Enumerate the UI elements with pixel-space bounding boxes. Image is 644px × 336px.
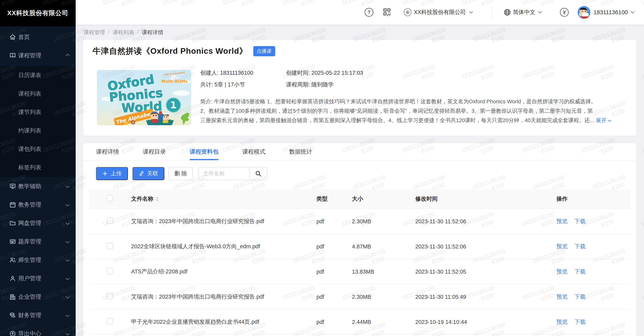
company-switcher[interactable]: 企 XX科技股份有限公司	[404, 8, 473, 16]
preview-link[interactable]: 预览	[556, 243, 568, 250]
chevron-down-icon	[65, 312, 70, 318]
file-size: 2.44MB	[352, 319, 371, 325]
file-search-group	[198, 167, 267, 180]
sidebar-item-user-management[interactable]: 用户管理	[0, 269, 76, 288]
sidebar-subitem-package-list[interactable]: 课包列表	[0, 140, 76, 158]
course-total: 共计: 5章 | 17小节	[200, 81, 245, 88]
presentation-icon	[9, 183, 16, 190]
download-link[interactable]: 下载	[574, 243, 586, 250]
row-checkbox[interactable]	[107, 243, 113, 249]
row-checkbox[interactable]	[107, 318, 113, 324]
table-header-row: 文件名称 类型 大小 修改时间 操作	[89, 189, 630, 209]
sidebar-item-question-bank[interactable]: 题库管理	[0, 232, 76, 251]
file-type: pdf	[316, 294, 324, 300]
building-icon	[9, 294, 16, 300]
sidebar-item-teacher-student[interactable]: 师生管理	[0, 251, 76, 269]
tab-course-catalog[interactable]: 课程目录	[143, 143, 166, 160]
column-header-file-name[interactable]: 文件名称	[131, 195, 159, 203]
tab-data-statistics[interactable]: 数据统计	[289, 143, 312, 160]
table-row: ATS产品介绍-2208.pdf pdf 13.83MB 2023-11-30 …	[89, 259, 630, 284]
select-all-checkbox[interactable]	[107, 195, 113, 202]
chevron-down-icon	[65, 220, 70, 226]
file-type: pdf	[316, 268, 324, 275]
download-link[interactable]: 下载	[574, 319, 586, 325]
sidebar-subitem-booking-list[interactable]: 约课列表	[0, 121, 76, 140]
sidebar-item-educational-admin[interactable]: 教务管理	[0, 196, 76, 214]
sidebar-item-course-management[interactable]: 课程管理	[0, 46, 76, 65]
sidebar-subitem-course-list[interactable]: 课程列表	[0, 84, 76, 103]
main-content: 课程管理 / 课程列表 / 课程详情 牛津自然拼读《Oxford Phonics…	[76, 24, 644, 336]
file-type: pdf	[316, 243, 324, 250]
topbar: ? 企 XX科技股份有限公司 简体中文 ¥	[76, 0, 644, 24]
chevron-down-icon	[65, 294, 70, 300]
download-link[interactable]: 下载	[574, 294, 586, 300]
associate-button[interactable]: 关联	[132, 167, 164, 180]
folder-icon	[9, 220, 16, 226]
sidebar-item-home[interactable]: 首页	[0, 28, 76, 46]
user-menu[interactable]: 18311136100	[578, 6, 635, 19]
file-size: 4.87MB	[352, 243, 371, 250]
row-checkbox[interactable]	[107, 268, 113, 274]
expand-button[interactable]: 展开	[596, 117, 612, 123]
tab-course-materials[interactable]: 课程资料包	[190, 143, 218, 160]
preview-link[interactable]: 预览	[556, 268, 568, 274]
breadcrumb-item-course-list[interactable]: 课程列表	[113, 29, 134, 36]
upload-button[interactable]: 上传	[96, 167, 128, 180]
course-creator: 创建人: 18311136100	[200, 69, 253, 77]
column-header-modified-time: 修改时间	[415, 195, 438, 203]
sidebar-item-netdisk[interactable]: 网盘管理	[0, 214, 76, 232]
preview-link[interactable]: 预览	[556, 218, 568, 224]
breadcrumb-item-course-detail: 课程详情	[142, 29, 164, 36]
app-root: XX科技股份有限公司 首页 课程管理 日历课表 课程列表 课节列表	[0, 0, 644, 336]
preview-link[interactable]: 预览	[556, 319, 568, 325]
file-name: 艾瑞咨询：2023年中国跨境出口电商行业研究报告.pdf	[131, 218, 264, 225]
sidebar-item-enterprise[interactable]: 企业管理	[0, 288, 76, 306]
table-row: 艾瑞咨询：2023年中国跨境出口电商行业研究报告.pdf pdf 2.30MB …	[89, 209, 630, 234]
materials-toolbar: 上传 关联 删 除	[96, 167, 267, 180]
sidebar-item-finance[interactable]: 财务管理	[0, 306, 76, 324]
tab-course-detail[interactable]: 课程详情	[96, 143, 119, 160]
currency-icon: ¥	[560, 8, 569, 17]
file-modified-time: 2023-10-19 14:10:44	[415, 319, 467, 325]
download-link[interactable]: 下载	[574, 218, 586, 224]
help-button[interactable]: ?	[365, 8, 374, 17]
sidebar-subitem-lesson-list[interactable]: 课节列表	[0, 103, 76, 121]
avatar	[578, 6, 590, 19]
breadcrumb-item-course-management[interactable]: 课程管理	[84, 29, 105, 36]
qrcode-icon	[382, 7, 392, 17]
delete-button[interactable]: 删 除	[168, 167, 193, 180]
sidebar-subitem-calendar-schedule[interactable]: 日历课表	[0, 66, 76, 84]
preview-link[interactable]: 预览	[556, 294, 568, 300]
table-row: 2022全球区块链领域人才报告-Web3.0方向_edm.pdf pdf 4.8…	[89, 234, 630, 259]
file-name: ATS产品介绍-2208.pdf	[131, 268, 188, 276]
row-checkbox[interactable]	[107, 293, 113, 299]
sort-icon[interactable]	[156, 197, 159, 202]
course-tabs: 课程详情 课程目录 课程资料包 课程模式 数据统计	[83, 143, 636, 160]
sidebar-subitem-tag-list[interactable]: 标签列表	[0, 158, 76, 177]
qrcode-button[interactable]	[382, 7, 392, 17]
sidebar-item-export-center[interactable]: 导出中心	[0, 324, 76, 336]
chevron-up-icon	[65, 52, 70, 59]
database-icon	[9, 238, 16, 245]
table-row: 艾瑞咨询：2023年中国跨境出口电商行业研究报告.pdf pdf 2.30MB …	[89, 284, 630, 310]
calendar-icon	[9, 201, 16, 208]
chevron-down-icon	[65, 183, 70, 190]
chevron-down-icon	[65, 238, 70, 245]
file-name: 艾瑞咨询：2023年中国跨境出口电商行业研究报告.pdf	[131, 293, 264, 301]
course-cycle: 课程周期: 随到随学	[286, 81, 334, 88]
file-size: 13.83MB	[352, 268, 374, 275]
breadcrumb: 课程管理 / 课程列表 / 课程详情	[84, 29, 164, 36]
language-switcher[interactable]: 简体中文	[504, 8, 542, 16]
tab-course-mode[interactable]: 课程模式	[242, 143, 265, 160]
file-search-input[interactable]	[199, 168, 249, 180]
download-link[interactable]: 下载	[574, 268, 586, 274]
currency-button[interactable]: ¥	[560, 8, 569, 17]
row-checkbox[interactable]	[107, 218, 113, 224]
file-type: pdf	[316, 218, 324, 224]
sidebar-item-teaching-aid[interactable]: 教学辅助	[0, 177, 76, 196]
column-header-action: 操作	[556, 195, 568, 203]
file-modified-time: 2023-11-30 11:52:05	[415, 268, 466, 275]
chevron-down-icon	[469, 11, 473, 14]
search-button[interactable]	[249, 168, 267, 180]
course-description: 简介: 牛津自然拼读5册攻略 1、想要轻松掌握英语拼读技巧吗？来试试牛津自然拼读…	[200, 97, 612, 125]
